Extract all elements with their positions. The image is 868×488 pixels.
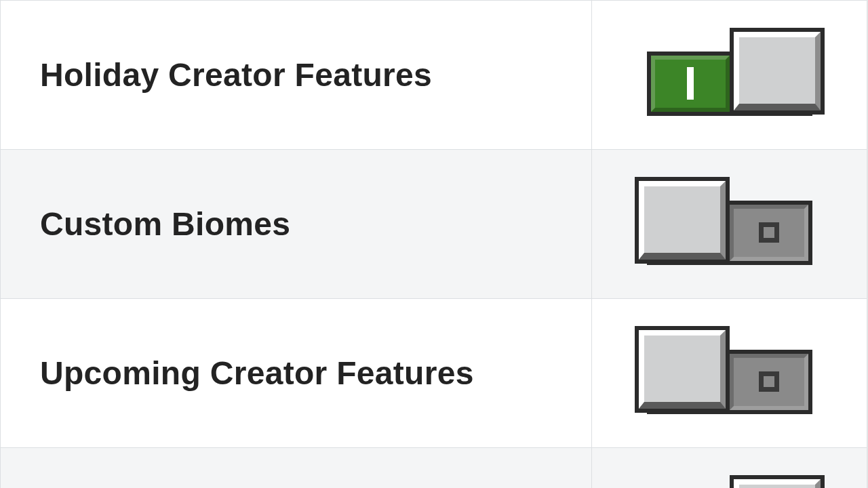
toggle-off-glyph-icon	[759, 222, 779, 243]
toggle-knob	[635, 177, 730, 264]
setting-row: Holiday Creator Features	[1, 1, 868, 150]
toggle-off-glyph-icon	[759, 371, 779, 392]
toggle-upcoming-creator-features[interactable]	[635, 326, 825, 421]
setting-label: Holiday Creator Features	[40, 57, 432, 93]
setting-row	[1, 448, 868, 489]
setting-row: Upcoming Creator Features	[1, 299, 868, 448]
toggle-holiday-creator-features[interactable]	[635, 28, 825, 123]
setting-row: Custom Biomes	[1, 150, 868, 299]
toggle-custom-biomes[interactable]	[635, 177, 825, 272]
toggle-knob	[730, 28, 825, 115]
setting-label: Custom Biomes	[40, 206, 290, 242]
toggle-on-glyph-icon	[687, 67, 694, 100]
experimental-features-table: Holiday Creator Features Custom Biomes	[0, 0, 868, 488]
toggle-knob	[635, 326, 730, 413]
toggle-unknown[interactable]	[635, 475, 825, 489]
toggle-knob	[730, 475, 825, 489]
setting-label: Upcoming Creator Features	[40, 355, 474, 391]
